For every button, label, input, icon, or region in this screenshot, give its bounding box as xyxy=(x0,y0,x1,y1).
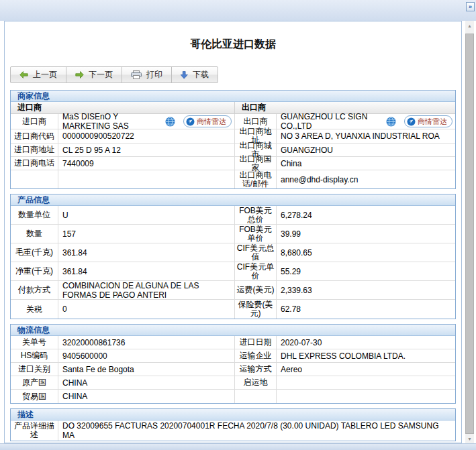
radar-button-label: 商情雷达 xyxy=(418,117,447,126)
field-value: 157 xyxy=(58,225,235,243)
product-section: 产品信息 数量单位 U FOB美元总价 6,278.24 数量 157 FOB美… xyxy=(10,194,456,319)
table-row: 进口商代码 0000000900520722 xyxy=(11,129,234,144)
page-title: 哥伦比亚进口数据 xyxy=(5,38,461,52)
field-value: CL 25 D 95 A 12 xyxy=(58,144,234,156)
field-value: 7440009 xyxy=(58,157,234,170)
field-value: COMBINACION DE ALGUNA DE LAS FORMAS DE P… xyxy=(58,281,235,300)
logistics-section-header: 物流信息 xyxy=(11,325,455,336)
field-value: CHINA xyxy=(58,390,235,403)
table-row: 出口商国家 China xyxy=(235,157,455,170)
expand-button[interactable]: » xyxy=(466,2,475,11)
radar-cursor-icon xyxy=(186,117,195,126)
globe-icon[interactable] xyxy=(165,117,175,127)
printer-icon xyxy=(131,70,142,79)
field-value: China xyxy=(277,157,455,170)
field-value: GUANGZHOU LC SIGN CO.,LTD xyxy=(277,114,455,129)
field-label: 毛重(千克) xyxy=(11,243,58,262)
product-table: 数量单位 U FOB美元总价 6,278.24 数量 157 FOB美元单价 3… xyxy=(11,206,455,319)
table-row: 进口商 MaS DISEnO Y MARKETING SAS xyxy=(11,114,234,129)
next-page-label: 下一页 xyxy=(89,69,113,80)
field-value: anne@dhd-display.cn xyxy=(277,170,455,188)
print-button[interactable]: 打印 xyxy=(122,66,172,83)
radar-cursor-icon xyxy=(407,117,416,126)
content-panel: 哥伦比亚进口数据 上一页 下一页 打印 xyxy=(4,21,462,443)
field-value: GUANGZHOU xyxy=(277,144,455,156)
field-value: 32020000861736 xyxy=(58,336,235,349)
field-value: 62.78 xyxy=(277,300,455,319)
download-button[interactable]: 下载 xyxy=(171,66,218,83)
exporter-radar-button[interactable]: 商情雷达 xyxy=(404,115,453,127)
prev-page-button[interactable]: 上一页 xyxy=(10,66,66,83)
field-label xyxy=(235,390,277,403)
field-label: 保险费(美元) xyxy=(235,300,277,319)
field-label: 贸易国 xyxy=(11,390,58,403)
field-label: 运费(美元) xyxy=(235,281,277,300)
field-label: 数量单位 xyxy=(11,206,58,225)
field-label: 进口商代码 xyxy=(11,129,58,143)
description-table: 产品详细描述 DO 32009655 FACTURAS 20200704001R… xyxy=(11,420,455,441)
field-value: 39.99 xyxy=(277,225,455,243)
field-label: FOB美元总价 xyxy=(235,206,277,225)
field-label: 原产国 xyxy=(11,376,58,390)
field-value: 9405600000 xyxy=(58,349,235,363)
field-label: HS编码 xyxy=(11,349,58,363)
field-value: DHL EXPRESS COLOMBIA LTDA. xyxy=(277,349,455,363)
merchant-section-header: 商家信息 xyxy=(11,91,455,102)
field-label: 进口关别 xyxy=(11,363,58,376)
globe-icon[interactable] xyxy=(386,117,396,127)
field-value: 361.84 xyxy=(58,243,235,262)
field-label: 运输企业 xyxy=(235,349,277,363)
field-value: CHINA xyxy=(58,376,235,390)
vertical-scrollbar[interactable]: ▲ ▼ xyxy=(465,21,474,443)
field-value: 361.84 xyxy=(58,262,235,281)
field-label: 启运地 xyxy=(235,376,277,390)
empty-cell xyxy=(11,170,234,188)
field-label: 关单号 xyxy=(11,336,58,349)
field-label: 运输方式 xyxy=(235,363,277,376)
logistics-table: 关单号 32020000861736 进口日期 2020-07-30 HS编码 … xyxy=(11,336,455,403)
field-label: 关税 xyxy=(11,300,58,319)
field-label: 进口商 xyxy=(11,114,58,129)
scroll-down-button[interactable]: ▼ xyxy=(465,434,474,443)
description-section-header: 描述 xyxy=(11,409,455,420)
scroll-up-button[interactable]: ▲ xyxy=(465,21,474,30)
field-label: FOB美元单价 xyxy=(235,225,277,243)
field-label: 进口商地址 xyxy=(11,144,58,156)
field-value xyxy=(277,376,455,390)
merchant-section: 商家信息 进口商 出口商 进口商 MaS DISEnO Y MARKETING … xyxy=(10,90,456,189)
next-page-button[interactable]: 下一页 xyxy=(66,66,122,83)
field-label: 进口商电话 xyxy=(11,157,58,170)
logistics-section: 物流信息 关单号 32020000861736 进口日期 2020-07-30 … xyxy=(10,324,456,404)
field-label: 付款方式 xyxy=(11,281,58,300)
field-label: 净重(千克) xyxy=(11,262,58,281)
field-label: 产品详细描述 xyxy=(11,420,58,441)
window-top-strip xyxy=(0,0,476,21)
field-label: 出口商电话/邮件 xyxy=(235,170,277,188)
arrow-right-green-icon xyxy=(75,71,84,78)
print-label: 打印 xyxy=(146,69,162,80)
field-value: 55.29 xyxy=(277,262,455,281)
toolbar: 上一页 下一页 打印 下载 xyxy=(10,66,218,83)
download-label: 下载 xyxy=(193,69,209,80)
field-value: U xyxy=(58,206,235,225)
field-value: Aereo xyxy=(277,363,455,376)
field-label: 进口日期 xyxy=(235,336,277,349)
field-value: 0000000900520722 xyxy=(58,129,234,143)
window-bottom-strip xyxy=(0,443,476,450)
field-value: Santa Fe de Bogota xyxy=(58,363,235,376)
importer-radar-button[interactable]: 商情雷达 xyxy=(183,115,232,127)
exporter-column: 出口商 GUANGZHOU LC SIGN CO.,LTD xyxy=(235,114,455,188)
arrow-left-green-icon xyxy=(19,71,28,78)
description-section: 描述 产品详细描述 DO 32009655 FACTURAS 202007040… xyxy=(10,408,456,441)
field-value: 6,278.24 xyxy=(277,206,455,225)
exporter-name: GUANGZHOU LC SIGN CO.,LTD xyxy=(281,112,382,131)
field-label: 出口商国家 xyxy=(235,157,277,170)
field-value: NO 3 AREA D, YUANXIA INDUSTRIAL ROA xyxy=(277,129,455,143)
field-label: CIF美元总值 xyxy=(235,243,277,262)
field-value: 2,339.63 xyxy=(277,281,455,300)
importer-column: 进口商 MaS DISEnO Y MARKETING SAS xyxy=(11,114,235,188)
field-label: 数量 xyxy=(11,225,58,243)
table-row: 进口商电话 7440009 xyxy=(11,157,234,170)
radar-button-label: 商情雷达 xyxy=(197,117,226,126)
scrollbar-thumb[interactable] xyxy=(465,34,474,434)
